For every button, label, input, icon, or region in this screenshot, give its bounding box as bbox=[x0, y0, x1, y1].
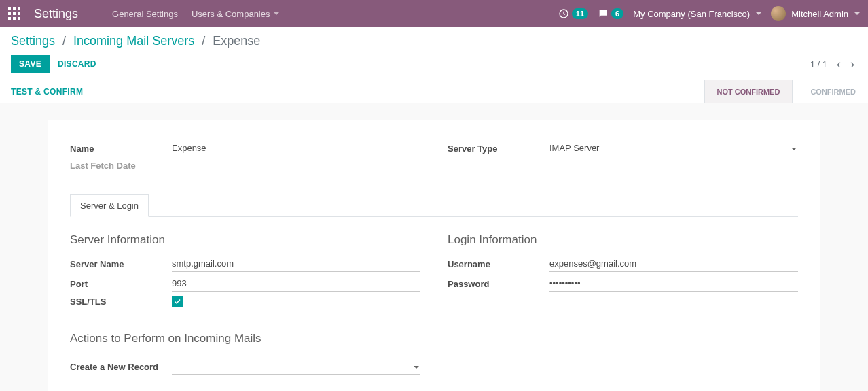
port-field[interactable] bbox=[172, 276, 420, 292]
activities-badge: 11 bbox=[572, 8, 588, 19]
breadcrumb-parent[interactable]: Incoming Mail Servers bbox=[73, 34, 194, 48]
create-record-field[interactable] bbox=[172, 359, 420, 375]
menu-users-companies[interactable]: Users & Companies bbox=[185, 0, 286, 27]
svg-rect-4 bbox=[13, 12, 16, 15]
menu-general-settings[interactable]: General Settings bbox=[105, 0, 185, 27]
actions-section: Actions to Perform on Incoming Mails Cre… bbox=[70, 332, 798, 379]
label-create-record: Create a New Record bbox=[70, 362, 172, 372]
svg-rect-6 bbox=[8, 17, 11, 20]
form-sheet-wrap: Name Last Fetch Date Server Type bbox=[0, 103, 868, 391]
label-server-name: Server Name bbox=[70, 259, 172, 269]
ssl-checkbox[interactable] bbox=[172, 296, 183, 307]
svg-rect-8 bbox=[18, 17, 20, 20]
menu-users-label: Users & Companies bbox=[192, 9, 270, 19]
svg-rect-3 bbox=[8, 12, 11, 15]
messages-badge: 6 bbox=[611, 8, 623, 19]
topbar-right: 11 6 My Company (San Francisco) Mitchell… bbox=[558, 6, 860, 21]
tab-server-login[interactable]: Server & Login bbox=[70, 194, 149, 217]
server-info-section: Server Information Server Name Port SSL/… bbox=[70, 233, 420, 311]
clock-icon bbox=[558, 8, 569, 19]
company-label: My Company (San Francisco) bbox=[633, 9, 750, 19]
breadcrumb: Settings / Incoming Mail Servers / Expen… bbox=[11, 34, 857, 48]
breadcrumb-current: Expense bbox=[213, 34, 260, 48]
tabs: Server & Login bbox=[70, 194, 798, 217]
statusbar: TEST & CONFIRM NOT CONFIRMED CONFIRMED bbox=[0, 80, 868, 103]
activities-systray[interactable]: 11 bbox=[558, 8, 588, 19]
control-row: SAVE DISCARD 1 / 1 ‹ › bbox=[0, 48, 868, 80]
label-ssl: SSL/TLS bbox=[70, 296, 172, 307]
company-switcher[interactable]: My Company (San Francisco) bbox=[633, 9, 761, 19]
login-info-title: Login Information bbox=[448, 233, 798, 247]
label-server-type: Server Type bbox=[448, 143, 549, 154]
breadcrumb-root[interactable]: Settings bbox=[11, 34, 55, 48]
svg-rect-7 bbox=[13, 17, 16, 20]
pager: 1 / 1 ‹ › bbox=[810, 56, 857, 73]
breadcrumb-bar: Settings / Incoming Mail Servers / Expen… bbox=[0, 27, 868, 48]
label-last-fetch: Last Fetch Date bbox=[70, 160, 172, 171]
login-info-section: Login Information Username Password bbox=[448, 233, 798, 311]
chevron-down-icon bbox=[274, 12, 279, 15]
breadcrumb-sep: / bbox=[202, 34, 205, 48]
svg-rect-2 bbox=[18, 7, 20, 10]
status-confirmed[interactable]: CONFIRMED bbox=[792, 80, 868, 103]
server-info-title: Server Information bbox=[70, 233, 420, 247]
chevron-down-icon bbox=[854, 12, 860, 15]
actions-title: Actions to Perform on Incoming Mails bbox=[70, 332, 798, 345]
messages-systray[interactable]: 6 bbox=[598, 8, 623, 19]
label-name: Name bbox=[70, 143, 172, 154]
status-not-confirmed[interactable]: NOT CONFIRMED bbox=[704, 80, 793, 103]
check-icon bbox=[173, 297, 181, 305]
topbar: Settings General Settings Users & Compan… bbox=[0, 0, 868, 27]
pager-prev[interactable]: ‹ bbox=[834, 56, 844, 73]
server-name-field[interactable] bbox=[172, 256, 420, 272]
label-port: Port bbox=[70, 279, 172, 289]
apps-icon[interactable] bbox=[8, 7, 20, 20]
chat-icon bbox=[598, 8, 609, 19]
pager-text: 1 / 1 bbox=[810, 59, 827, 69]
app-title: Settings bbox=[34, 7, 78, 21]
label-password: Password bbox=[448, 279, 549, 289]
test-confirm-button[interactable]: TEST & CONFIRM bbox=[11, 87, 83, 97]
tab-body: Server Information Server Name Port SSL/… bbox=[70, 217, 798, 379]
discard-button[interactable]: DISCARD bbox=[50, 55, 105, 73]
svg-rect-0 bbox=[8, 7, 11, 10]
breadcrumb-sep: / bbox=[62, 34, 66, 48]
password-field[interactable] bbox=[549, 276, 798, 292]
form-sheet: Name Last Fetch Date Server Type bbox=[48, 120, 820, 391]
label-username: Username bbox=[448, 259, 549, 269]
name-field[interactable] bbox=[172, 141, 420, 156]
chevron-down-icon bbox=[756, 12, 761, 15]
user-menu[interactable]: Mitchell Admin bbox=[771, 6, 860, 21]
user-name: Mitchell Admin bbox=[791, 9, 848, 19]
avatar bbox=[771, 6, 786, 21]
pager-next[interactable]: › bbox=[848, 56, 857, 73]
svg-rect-5 bbox=[18, 12, 20, 15]
server-type-field[interactable] bbox=[549, 141, 798, 156]
status-steps: NOT CONFIRMED CONFIRMED bbox=[704, 80, 869, 103]
username-field[interactable] bbox=[549, 256, 798, 272]
save-button[interactable]: SAVE bbox=[11, 55, 50, 73]
svg-rect-1 bbox=[13, 7, 16, 10]
